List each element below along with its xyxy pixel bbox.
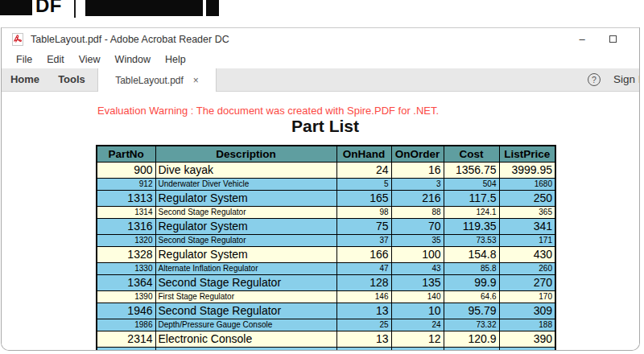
cell-onorder: 3 <box>391 178 444 190</box>
cell-cost: 73.32 <box>444 319 499 331</box>
cell-listprice: 170 <box>499 290 555 303</box>
cell-cost: 120.9 <box>444 331 499 347</box>
cell-onhand: 5 <box>336 178 391 190</box>
cell-description: Underwater Diver Vehicle <box>155 178 336 190</box>
cell-cost: 85.8 <box>444 262 499 274</box>
table-row-partial <box>97 347 555 351</box>
cell-partno <box>97 347 155 351</box>
table-header-row: PartNoDescriptionOnHandOnOrderCostListPr… <box>97 146 555 162</box>
table-row: 1330Alternate Inflation Regulator474385.… <box>97 262 555 274</box>
column-header-description: Description <box>155 146 336 162</box>
column-header-onorder: OnOrder <box>391 146 444 162</box>
cell-description: First Stage Regulator <box>155 290 336 303</box>
table-row: 912Underwater Diver Vehicle535041680 <box>97 178 555 190</box>
cell-onhand: 24 <box>336 162 391 178</box>
cell-onhand: 146 <box>336 290 391 303</box>
table-row: 2314Electronic Console1312120.9390 <box>97 331 555 347</box>
cell-cost: 99.9 <box>444 274 499 290</box>
cell-partno: 1328 <box>97 246 155 262</box>
cell-description: Electronic Console <box>155 331 336 347</box>
cell-onhand: 13 <box>336 331 391 347</box>
cell-onorder: 12 <box>391 331 444 347</box>
cell-listprice: 430 <box>499 246 555 262</box>
table-row: 1328Regulator System166100154.8430 <box>97 246 555 262</box>
table-row: 1364Second Stage Regulator12813599.9270 <box>97 274 555 290</box>
banner-redacted-text-right <box>85 0 203 16</box>
column-header-onhand: OnHand <box>336 146 391 162</box>
cell-partno: 1313 <box>97 190 155 206</box>
cell-onhand: 75 <box>336 218 391 234</box>
cell-onorder: 24 <box>391 319 444 331</box>
menu-help[interactable]: Help <box>165 54 186 65</box>
cell-onorder: 16 <box>391 162 444 178</box>
cell-listprice: 1680 <box>499 178 555 190</box>
table-row: 1986Depth/Pressure Gauge Console252473.3… <box>97 319 555 331</box>
table-row: 1316Regulator System7570119.35341 <box>97 218 555 234</box>
page-banner: DF <box>0 0 644 27</box>
tab-tools[interactable]: Tools <box>48 68 95 91</box>
cell-partno: 1314 <box>97 206 155 218</box>
cell-onorder: 43 <box>391 262 444 274</box>
acrobat-window: TableLayout.pdf - Adobe Acrobat Reader D… <box>1 27 640 351</box>
cell-cost: 95.79 <box>444 303 499 319</box>
cell-description: Second Stage Regulator <box>155 303 336 319</box>
cell-onorder: 88 <box>391 206 444 218</box>
cell-onhand: 166 <box>336 246 391 262</box>
close-button[interactable]: ✕ <box>631 28 640 51</box>
cell-partno: 1320 <box>97 234 155 246</box>
banner-redacted-text-left <box>0 0 32 15</box>
pdf-file-icon <box>12 33 23 46</box>
cell-cost: 124.1 <box>444 206 499 218</box>
cell-listprice: 365 <box>499 206 555 218</box>
cell-partno: 1946 <box>97 303 155 319</box>
cell-partno: 900 <box>97 162 155 178</box>
cell-cost: 154.8 <box>444 246 499 262</box>
maximize-button[interactable] <box>601 28 625 51</box>
cell-partno: 2314 <box>97 331 155 347</box>
cell-listprice: 188 <box>499 319 555 331</box>
cell-listprice <box>499 347 555 351</box>
cell-onorder: 100 <box>391 246 444 262</box>
column-header-partno: PartNo <box>97 146 155 162</box>
cell-onorder: 135 <box>391 274 444 290</box>
cell-partno: 912 <box>97 178 155 190</box>
cell-description: Depth/Pressure Gauge Console <box>155 319 336 331</box>
column-header-cost: Cost <box>444 146 499 162</box>
table-row: 1314Second Stage Regulator9888124.1365 <box>97 206 555 218</box>
cell-listprice: 260 <box>499 262 555 274</box>
cell-description: Second Stage Regulator <box>155 206 336 218</box>
tab-document-label: TableLayout.pdf <box>115 75 184 86</box>
cell-onhand: 13 <box>336 303 391 319</box>
minimize-button[interactable]: – <box>570 28 594 51</box>
cell-description: Alternate Inflation Regulator <box>155 262 336 274</box>
help-icon[interactable]: ? <box>588 73 601 86</box>
cell-onhand: 47 <box>336 262 391 274</box>
cell-onorder: 10 <box>391 303 444 319</box>
menu-file[interactable]: File <box>16 54 32 65</box>
cell-onorder: 35 <box>391 234 444 246</box>
cell-listprice: 390 <box>499 331 555 347</box>
tab-close-icon[interactable]: × <box>193 75 199 86</box>
window-title: TableLayout.pdf - Adobe Acrobat Reader D… <box>31 34 229 45</box>
tab-document[interactable]: TableLayout.pdf × <box>97 68 217 92</box>
cell-partno: 1364 <box>97 274 155 290</box>
tab-home[interactable]: Home <box>2 68 48 91</box>
cell-description: Regulator System <box>155 246 336 262</box>
menu-edit[interactable]: Edit <box>47 54 64 65</box>
cell-cost <box>444 347 499 351</box>
menu-window[interactable]: Window <box>115 54 151 65</box>
sign-in-button[interactable]: Sign In <box>613 73 640 85</box>
cell-onhand <box>336 347 391 351</box>
part-list-table: PartNoDescriptionOnHandOnOrderCostListPr… <box>96 145 556 351</box>
cell-description: Second Stage Regulator <box>155 234 336 246</box>
cell-partno: 1316 <box>97 218 155 234</box>
cell-onhand: 98 <box>336 206 391 218</box>
title-bar: TableLayout.pdf - Adobe Acrobat Reader D… <box>2 28 639 51</box>
table-row: 1320Second Stage Regulator373573.53171 <box>97 234 555 246</box>
menu-bar: File Edit View Window Help <box>2 51 639 68</box>
cell-cost: 1356.75 <box>444 162 499 178</box>
cell-description <box>155 347 336 351</box>
cell-listprice: 171 <box>499 234 555 246</box>
cell-cost: 64.6 <box>444 290 499 303</box>
menu-view[interactable]: View <box>79 54 101 65</box>
